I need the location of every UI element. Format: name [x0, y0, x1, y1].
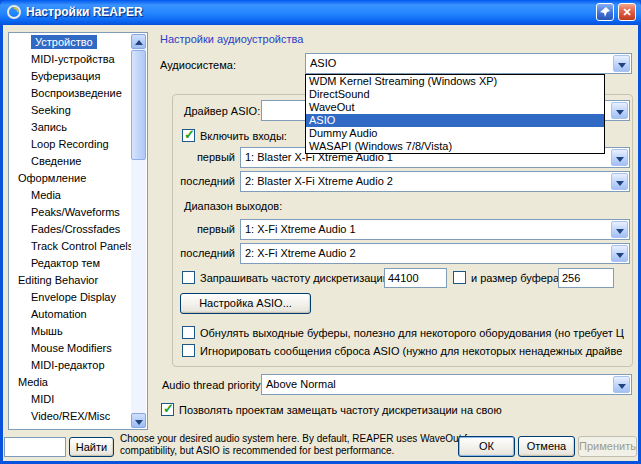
sidebar-item[interactable]: Редактор тем [10, 255, 131, 272]
help-text-line1: Choose your desired audio system here. B… [120, 433, 476, 445]
sidebar-item-label: MIDI-редактор [31, 359, 105, 371]
project-samplerate-override-checkbox[interactable] [161, 403, 174, 416]
thread-priority-value: Above Normal [266, 378, 611, 390]
audio-system-option[interactable]: Dummy Audio [306, 127, 604, 140]
sidebar-item-label: MIDI-устройства [31, 53, 115, 65]
sidebar-item[interactable]: MIDI-устройства [10, 51, 131, 68]
chevron-down-icon[interactable] [611, 221, 628, 238]
close-button[interactable]: ✕ [618, 3, 636, 21]
sidebar-item-label: Воспроизведение [31, 87, 122, 99]
audio-system-dropdown-list[interactable]: WDM Kernel Streaming (Windows XP)DirectS… [305, 74, 605, 154]
window-title: Настройки REAPER [26, 5, 143, 19]
arrow-down-icon [135, 420, 143, 425]
project-samplerate-override-label: Позволять проектам замещать частоту диск… [179, 404, 502, 416]
audio-system-label: Аудиосистема: [160, 59, 236, 71]
audio-system-option[interactable]: DirectSound [306, 88, 604, 101]
enable-inputs-label: Включить входы: [200, 130, 287, 142]
sidebar-item[interactable]: Запись [10, 119, 131, 136]
sidebar-item-label: Оформление [18, 172, 86, 184]
sidebar-item[interactable]: MIDI [10, 391, 131, 408]
output-first-select[interactable]: 1: X-Fi Xtreme Audio 1 [240, 219, 630, 240]
filter-search-input[interactable] [4, 437, 66, 457]
zero-output-buffers-checkbox[interactable] [182, 326, 195, 339]
sidebar-item-label: Media [18, 376, 48, 388]
buffer-size-checkbox[interactable] [453, 271, 466, 284]
sidebar-item[interactable]: Буферизация [10, 68, 131, 85]
scroll-up-button[interactable] [131, 34, 146, 49]
preferences-window: Настройки REAPER ✕ УстройствоMIDI-устрой… [0, 0, 641, 464]
audio-system-option[interactable]: ASIO [306, 114, 604, 127]
sidebar-item[interactable]: Media [10, 187, 131, 204]
sidebar-item-label: Loop Recording [31, 138, 109, 150]
chevron-down-icon[interactable] [611, 102, 628, 119]
audio-system-option[interactable]: WDM Kernel Streaming (Windows XP) [306, 75, 604, 88]
output-last-value: 2: X-Fi Xtreme Audio 2 [245, 247, 609, 259]
asio-config-button[interactable]: Настройка ASIO... [180, 293, 311, 314]
sidebar-item[interactable]: MIDI-редактор [10, 357, 131, 374]
sidebar-item[interactable]: Automation [10, 306, 131, 323]
sidebar-item[interactable]: Оформление [10, 170, 131, 187]
thread-priority-label: Audio thread priority: [162, 379, 264, 391]
request-samplerate-checkbox[interactable] [182, 271, 195, 284]
sidebar-item-label: Мышь [31, 325, 63, 337]
sidebar-item[interactable]: Воспроизведение [10, 85, 131, 102]
close-icon: ✕ [622, 6, 631, 18]
chevron-down-icon[interactable] [611, 245, 628, 262]
scrollbar-thumb[interactable] [131, 50, 146, 160]
pin-button[interactable] [596, 3, 614, 21]
sidebar-item-label: Сведение [31, 155, 81, 167]
ignore-asio-reset-checkbox[interactable] [182, 344, 195, 357]
sidebar-item-label: Video/REX/Misc [31, 410, 110, 422]
sidebar-item[interactable]: Seeking [10, 102, 131, 119]
sidebar-item-label: Peaks/Waveforms [31, 206, 120, 218]
sidebar-item-label: MIDI [31, 393, 54, 405]
audio-system-option[interactable]: WaveOut [306, 101, 604, 114]
input-last-select[interactable]: 2: Blaster X-Fi Xtreme Audio 2 [240, 171, 630, 192]
sidebar-item[interactable]: Устройство [10, 34, 131, 51]
asio-driver-label: Драйвер ASIO: [184, 105, 260, 117]
sidebar-item[interactable]: Media [10, 374, 131, 391]
input-last-value: 2: Blaster X-Fi Xtreme Audio 2 [245, 175, 609, 187]
output-last-label: последний [175, 247, 235, 259]
help-text-line2: compatibility, but ASIO is recommended f… [120, 445, 394, 457]
input-first-label: первый [180, 151, 235, 163]
cancel-button[interactable]: Отмена [518, 436, 575, 457]
sidebar-item[interactable]: Editing Behavior [10, 272, 131, 289]
sidebar-item-label: Запись [31, 121, 67, 133]
zero-output-buffers-label: Обнулять выходные буферы, полезно для не… [200, 327, 624, 339]
ok-button[interactable]: ОК [458, 436, 515, 457]
sidebar-scrollbar[interactable] [131, 34, 146, 428]
titlebar[interactable]: Настройки REAPER ✕ [0, 0, 641, 25]
ignore-asio-reset-label: Игнорировать сообщения сброса ASIO (нужн… [200, 345, 622, 357]
sidebar-item[interactable]: Peaks/Waveforms [10, 204, 131, 221]
chevron-down-icon[interactable] [611, 149, 628, 166]
request-samplerate-label: Запрашивать частоту дискретизации: [200, 272, 392, 284]
find-button[interactable]: Найти [69, 437, 114, 457]
audio-system-option[interactable]: WASAPI (Windows 7/8/Vista) [306, 140, 604, 153]
output-first-value: 1: X-Fi Xtreme Audio 1 [245, 223, 609, 235]
buffer-size-input[interactable] [558, 268, 614, 288]
sidebar-item[interactable]: Loop Recording [10, 136, 131, 153]
thread-priority-select[interactable]: Above Normal [261, 374, 632, 395]
reaper-app-icon [6, 4, 22, 20]
sidebar-item[interactable]: Envelope Display [10, 289, 131, 306]
scroll-down-button[interactable] [131, 413, 146, 428]
apply-button[interactable]: Применить [578, 436, 637, 457]
sidebar-item[interactable]: Track Control Panels [10, 238, 131, 255]
preferences-tree-list: УстройствоMIDI-устройстваБуферизацияВосп… [10, 34, 131, 428]
output-first-label: первый [180, 223, 235, 235]
sidebar-item[interactable]: Мышь [10, 323, 131, 340]
audio-system-select[interactable]: ASIO [305, 53, 632, 74]
enable-inputs-checkbox[interactable] [182, 129, 195, 142]
output-last-select[interactable]: 2: X-Fi Xtreme Audio 2 [240, 243, 630, 264]
samplerate-input[interactable] [384, 268, 447, 288]
sidebar-item-label: Track Control Panels [31, 240, 131, 252]
sidebar-item[interactable]: Fades/Crossfades [10, 221, 131, 238]
sidebar-item-label: Mouse Modifiers [31, 342, 112, 354]
sidebar-item[interactable]: Сведение [10, 153, 131, 170]
chevron-down-icon[interactable] [613, 55, 630, 72]
sidebar-item[interactable]: Video/REX/Misc [10, 408, 131, 425]
chevron-down-icon[interactable] [611, 173, 628, 190]
chevron-down-icon[interactable] [613, 376, 630, 393]
sidebar-item[interactable]: Mouse Modifiers [10, 340, 131, 357]
